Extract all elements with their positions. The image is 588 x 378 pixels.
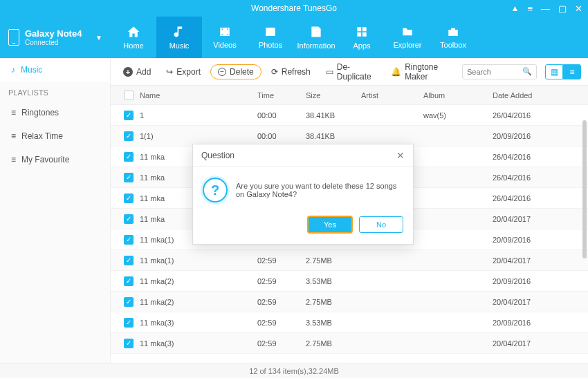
cell-size: 2.75MB [306, 298, 361, 306]
row-checkbox[interactable]: ✓ [124, 297, 134, 307]
select-all-checkbox[interactable] [124, 91, 134, 100]
export-icon: ↪ [166, 67, 173, 77]
col-size[interactable]: Size [306, 91, 361, 100]
col-date[interactable]: Date Added [493, 91, 588, 100]
no-button[interactable]: No [359, 216, 403, 233]
nav-photos[interactable]: Photos [248, 17, 293, 58]
nav-apps-label: Apps [353, 41, 370, 50]
row-checkbox[interactable]: ✓ [124, 152, 134, 162]
music-icon [172, 25, 186, 39]
col-artist[interactable]: Artist [361, 91, 423, 100]
refresh-label: Refresh [282, 67, 311, 77]
nav-music[interactable]: Music [156, 17, 202, 58]
delete-button[interactable]: − Delete [210, 64, 261, 79]
photo-icon [263, 26, 278, 38]
export-label: Export [176, 67, 201, 77]
table-row[interactable]: ✓11 mka(3)02:593.53MB20/09/2016 [111, 312, 588, 333]
nav-explorer[interactable]: Explorer [385, 17, 430, 58]
home-icon [126, 25, 141, 39]
row-checkbox[interactable]: ✓ [124, 214, 134, 224]
row-checkbox[interactable]: ✓ [124, 111, 134, 120]
dialog-close-icon[interactable]: ✕ [396, 150, 405, 161]
table-row[interactable]: ✓11 mka(3)02:592.75MB20/04/2017 [111, 333, 588, 354]
row-checkbox[interactable]: ✓ [124, 173, 134, 182]
table-row[interactable]: ✓11 mka(2)02:593.53MB20/09/2016 [111, 271, 588, 292]
cell-time: 02:59 [257, 277, 306, 285]
nav-photos-label: Photos [259, 41, 282, 49]
col-time[interactable]: Time [257, 91, 306, 100]
status-text: 12 of 134 item(s),32.24MB [249, 367, 339, 375]
status-bar: 12 of 134 item(s),32.24MB [0, 363, 588, 378]
row-checkbox[interactable]: ✓ [124, 318, 134, 328]
close-icon[interactable]: ✕ [575, 4, 582, 13]
table-header: Name Time Size Artist Album Date Added [111, 86, 588, 105]
minimize-icon[interactable]: — [541, 4, 550, 13]
row-checkbox[interactable]: ✓ [124, 276, 134, 286]
scrollbar[interactable] [582, 120, 587, 258]
nav-apps[interactable]: Apps [339, 17, 385, 58]
maximize-icon[interactable]: ▢ [558, 4, 567, 13]
nav-videos[interactable]: Videos [202, 17, 248, 58]
dialog-title: Question [201, 151, 235, 160]
row-checkbox[interactable]: ✓ [124, 256, 134, 265]
row-checkbox[interactable]: ✓ [124, 235, 134, 245]
table-row[interactable]: ✓100:0038.41KBwav(5)26/04/2016 [111, 105, 588, 126]
delete-label: Delete [230, 67, 254, 77]
title-bar: Wondershare TunesGo ▲ ≡ — ▢ ✕ [0, 0, 588, 17]
nav-information[interactable]: Information [293, 17, 339, 58]
nav-music-label: Music [169, 41, 190, 50]
cell-size: 3.53MB [306, 277, 361, 285]
cell-time: 00:00 [257, 111, 306, 120]
search-box[interactable]: 🔍 [462, 64, 537, 79]
row-checkbox[interactable]: ✓ [124, 193, 134, 203]
app-title: Wondershare TunesGo [251, 3, 337, 13]
top-nav: Galaxy Note4 Connected ▼ Home Music Vide… [0, 17, 588, 58]
device-status: Connected [25, 39, 82, 46]
playlists-header: PLAYLISTS [0, 82, 110, 101]
export-button[interactable]: ↪ Export [160, 64, 206, 79]
col-album[interactable]: Album [423, 91, 493, 100]
sidebar-item-favourite[interactable]: ≡ My Favourite [0, 148, 110, 171]
nav-home[interactable]: Home [111, 17, 156, 58]
toolbox-icon [445, 26, 461, 38]
music-note-icon: ♪ [11, 65, 15, 75]
cell-name: 11 mka(2) [140, 298, 257, 306]
cell-size: 38.41KB [306, 132, 361, 140]
cell-size: 3.53MB [306, 319, 361, 327]
yes-button[interactable]: Yes [308, 216, 352, 233]
list-view-button[interactable]: ≡ [563, 64, 581, 79]
ringtone-button[interactable]: 🔔 Ringtone Maker [385, 59, 458, 84]
chevron-down-icon: ▼ [95, 34, 102, 41]
cell-date: 20/09/2016 [493, 319, 588, 327]
row-checkbox[interactable]: ✓ [124, 339, 134, 348]
plus-icon: + [123, 67, 133, 77]
nav-toolbox[interactable]: Toolbox [430, 17, 476, 58]
cell-date: 26/04/2016 [493, 111, 588, 120]
sidebar-item-relax[interactable]: ≡ Relax Time [0, 124, 110, 148]
table-row[interactable]: ✓11 mka(2)02:592.75MB20/04/2017 [111, 292, 588, 312]
cell-date: 20/04/2017 [493, 256, 588, 265]
phone-icon [8, 29, 19, 46]
user-icon[interactable]: ▲ [511, 4, 520, 12]
settings-caret-icon[interactable]: ≡ [527, 4, 533, 13]
cell-date: 20/09/2016 [493, 236, 588, 244]
sidebar-item-ringtones[interactable]: ≡ Ringtones [0, 101, 110, 124]
cell-date: 20/04/2017 [493, 215, 588, 223]
confirm-dialog: Question ✕ ? Are you sure you want to de… [192, 144, 414, 245]
cell-name: 11 mka(3) [140, 339, 257, 348]
device-selector[interactable]: Galaxy Note4 Connected ▼ [0, 17, 111, 58]
grid-view-button[interactable]: ▦ [545, 64, 563, 79]
col-name[interactable]: Name [140, 91, 257, 100]
cell-time: 02:59 [257, 339, 306, 348]
row-checkbox[interactable]: ✓ [124, 131, 134, 141]
add-button[interactable]: + Add [118, 64, 156, 79]
info-icon [309, 25, 323, 39]
table-row[interactable]: ✓11 mka(1)02:592.75MB20/04/2017 [111, 250, 588, 271]
cell-size: 2.75MB [306, 339, 361, 348]
refresh-button[interactable]: ⟳ Refresh [266, 64, 316, 79]
sidebar-item-label: My Favourite [21, 155, 69, 164]
dedupe-button[interactable]: ▭ De-Duplicate [320, 59, 381, 84]
sidebar-item-music[interactable]: ♪ Music [0, 58, 110, 82]
cell-size: 2.75MB [306, 256, 361, 265]
search-input[interactable] [467, 68, 522, 76]
